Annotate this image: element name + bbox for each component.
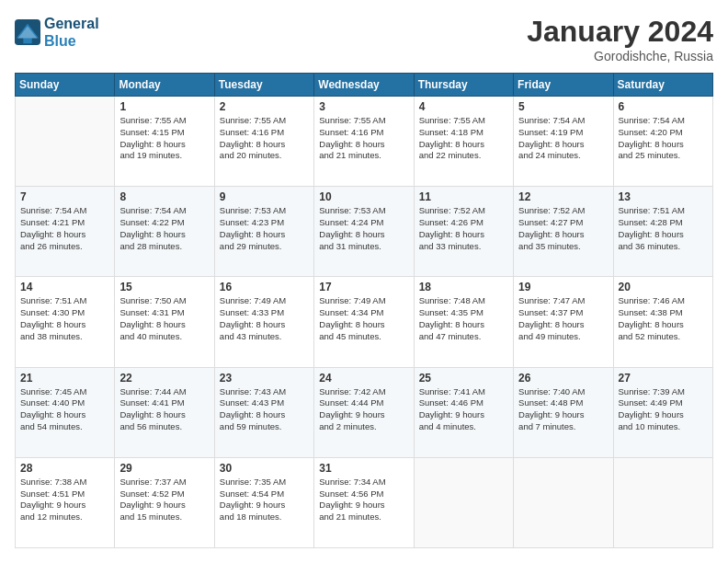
day-number: 31	[319, 462, 408, 475]
day-info: Sunrise: 7:54 AMSunset: 4:21 PMDaylight:…	[20, 205, 109, 252]
col-sunday: Sunday	[16, 74, 115, 97]
day-number: 17	[319, 281, 408, 293]
day-cell: 1 Sunrise: 7:55 AMSunset: 4:15 PMDayligh…	[115, 97, 214, 187]
day-number: 28	[20, 462, 109, 475]
day-number: 18	[419, 281, 508, 293]
day-cell: 14 Sunrise: 7:51 AMSunset: 4:30 PMDaylig…	[16, 277, 115, 367]
day-number: 3	[319, 100, 408, 113]
day-cell: 20 Sunrise: 7:46 AMSunset: 4:38 PMDaylig…	[613, 277, 712, 367]
day-number: 20	[619, 281, 708, 293]
day-number: 19	[518, 281, 608, 293]
day-cell: 31 Sunrise: 7:34 AMSunset: 4:56 PMDaylig…	[314, 457, 414, 547]
day-cell: 19 Sunrise: 7:47 AMSunset: 4:37 PMDaylig…	[514, 277, 613, 367]
location: Gorodishche, Russia	[527, 49, 713, 63]
day-info: Sunrise: 7:51 AMSunset: 4:30 PMDaylight:…	[20, 295, 109, 342]
day-number: 27	[619, 372, 708, 385]
day-number: 24	[319, 372, 408, 385]
day-cell: 23 Sunrise: 7:43 AMSunset: 4:43 PMDaylig…	[214, 367, 313, 457]
day-cell: 2 Sunrise: 7:55 AMSunset: 4:16 PMDayligh…	[214, 97, 313, 187]
day-cell: 8 Sunrise: 7:54 AMSunset: 4:22 PMDayligh…	[115, 187, 214, 277]
week-row-1: 7 Sunrise: 7:54 AMSunset: 4:21 PMDayligh…	[16, 187, 713, 277]
day-number: 7	[20, 190, 109, 203]
week-row-3: 21 Sunrise: 7:45 AMSunset: 4:40 PMDaylig…	[16, 367, 713, 457]
header: General Blue January 2024 Gorodishche, R…	[15, 15, 713, 63]
day-info: Sunrise: 7:50 AMSunset: 4:31 PMDaylight:…	[119, 295, 209, 342]
day-cell: 6 Sunrise: 7:54 AMSunset: 4:20 PMDayligh…	[613, 97, 712, 187]
day-number: 22	[119, 372, 209, 385]
day-info: Sunrise: 7:52 AMSunset: 4:26 PMDaylight:…	[419, 205, 508, 252]
logo-icon	[15, 19, 40, 45]
day-cell: 17 Sunrise: 7:49 AMSunset: 4:34 PMDaylig…	[314, 277, 414, 367]
day-info: Sunrise: 7:35 AMSunset: 4:54 PMDaylight:…	[220, 477, 309, 523]
day-info: Sunrise: 7:45 AMSunset: 4:40 PMDaylight:…	[20, 386, 109, 433]
day-cell	[414, 457, 513, 547]
day-cell: 25 Sunrise: 7:41 AMSunset: 4:46 PMDaylig…	[414, 367, 513, 457]
day-number: 21	[20, 372, 109, 385]
col-thursday: Thursday	[414, 74, 513, 97]
month-title: January 2024	[527, 15, 713, 49]
day-number: 5	[518, 100, 608, 113]
day-cell	[16, 97, 115, 187]
day-cell: 5 Sunrise: 7:54 AMSunset: 4:19 PMDayligh…	[514, 97, 613, 187]
week-row-4: 28 Sunrise: 7:38 AMSunset: 4:51 PMDaylig…	[16, 457, 713, 547]
day-number: 9	[220, 190, 309, 203]
day-number: 30	[220, 462, 309, 475]
day-info: Sunrise: 7:47 AMSunset: 4:37 PMDaylight:…	[518, 295, 608, 342]
week-row-0: 1 Sunrise: 7:55 AMSunset: 4:15 PMDayligh…	[16, 97, 713, 187]
day-cell: 30 Sunrise: 7:35 AMSunset: 4:54 PMDaylig…	[214, 457, 313, 547]
day-cell: 13 Sunrise: 7:51 AMSunset: 4:28 PMDaylig…	[613, 187, 712, 277]
day-cell: 3 Sunrise: 7:55 AMSunset: 4:16 PMDayligh…	[314, 97, 414, 187]
day-number: 25	[419, 372, 508, 385]
day-number: 11	[419, 190, 508, 203]
day-cell: 26 Sunrise: 7:40 AMSunset: 4:48 PMDaylig…	[514, 367, 613, 457]
col-friday: Friday	[514, 74, 613, 97]
day-info: Sunrise: 7:55 AMSunset: 4:16 PMDaylight:…	[319, 115, 408, 162]
col-tuesday: Tuesday	[214, 74, 313, 97]
day-number: 1	[119, 100, 209, 113]
day-number: 15	[119, 281, 209, 293]
day-cell	[613, 457, 712, 547]
day-info: Sunrise: 7:55 AMSunset: 4:15 PMDaylight:…	[119, 115, 209, 162]
week-row-2: 14 Sunrise: 7:51 AMSunset: 4:30 PMDaylig…	[16, 277, 713, 367]
day-cell: 10 Sunrise: 7:53 AMSunset: 4:24 PMDaylig…	[314, 187, 414, 277]
day-info: Sunrise: 7:43 AMSunset: 4:43 PMDaylight:…	[220, 386, 309, 433]
day-info: Sunrise: 7:49 AMSunset: 4:33 PMDaylight:…	[220, 295, 309, 342]
day-info: Sunrise: 7:55 AMSunset: 4:16 PMDaylight:…	[220, 115, 309, 162]
day-info: Sunrise: 7:44 AMSunset: 4:41 PMDaylight:…	[119, 386, 209, 433]
logo-text: General Blue	[44, 15, 99, 50]
day-number: 14	[20, 281, 109, 293]
day-cell: 15 Sunrise: 7:50 AMSunset: 4:31 PMDaylig…	[115, 277, 214, 367]
day-number: 2	[220, 100, 309, 113]
day-info: Sunrise: 7:48 AMSunset: 4:35 PMDaylight:…	[419, 295, 508, 342]
calendar-table: Sunday Monday Tuesday Wednesday Thursday…	[15, 73, 713, 548]
day-info: Sunrise: 7:54 AMSunset: 4:19 PMDaylight:…	[518, 115, 608, 162]
day-number: 29	[119, 462, 209, 475]
day-number: 4	[419, 100, 508, 113]
day-info: Sunrise: 7:37 AMSunset: 4:52 PMDaylight:…	[119, 477, 209, 523]
day-cell: 12 Sunrise: 7:52 AMSunset: 4:27 PMDaylig…	[514, 187, 613, 277]
day-info: Sunrise: 7:39 AMSunset: 4:49 PMDaylight:…	[619, 386, 708, 433]
day-info: Sunrise: 7:52 AMSunset: 4:27 PMDaylight:…	[518, 205, 608, 252]
day-info: Sunrise: 7:49 AMSunset: 4:34 PMDaylight:…	[319, 295, 408, 342]
logo: General Blue	[15, 15, 99, 50]
day-cell: 28 Sunrise: 7:38 AMSunset: 4:51 PMDaylig…	[16, 457, 115, 547]
calendar-page: General Blue January 2024 Gorodishche, R…	[0, 0, 728, 563]
day-info: Sunrise: 7:42 AMSunset: 4:44 PMDaylight:…	[319, 386, 408, 433]
day-info: Sunrise: 7:38 AMSunset: 4:51 PMDaylight:…	[20, 477, 109, 523]
day-cell: 7 Sunrise: 7:54 AMSunset: 4:21 PMDayligh…	[16, 187, 115, 277]
day-number: 6	[619, 100, 708, 113]
day-number: 12	[518, 190, 608, 203]
day-number: 13	[619, 190, 708, 203]
day-number: 8	[119, 190, 209, 203]
title-block: January 2024 Gorodishche, Russia	[527, 15, 713, 63]
day-number: 16	[220, 281, 309, 293]
day-cell: 21 Sunrise: 7:45 AMSunset: 4:40 PMDaylig…	[16, 367, 115, 457]
day-info: Sunrise: 7:53 AMSunset: 4:23 PMDaylight:…	[220, 205, 309, 252]
day-cell: 24 Sunrise: 7:42 AMSunset: 4:44 PMDaylig…	[314, 367, 414, 457]
day-cell: 4 Sunrise: 7:55 AMSunset: 4:18 PMDayligh…	[414, 97, 513, 187]
day-info: Sunrise: 7:54 AMSunset: 4:22 PMDaylight:…	[119, 205, 209, 252]
col-wednesday: Wednesday	[314, 74, 414, 97]
day-cell: 11 Sunrise: 7:52 AMSunset: 4:26 PMDaylig…	[414, 187, 513, 277]
day-number: 23	[220, 372, 309, 385]
day-cell: 27 Sunrise: 7:39 AMSunset: 4:49 PMDaylig…	[613, 367, 712, 457]
